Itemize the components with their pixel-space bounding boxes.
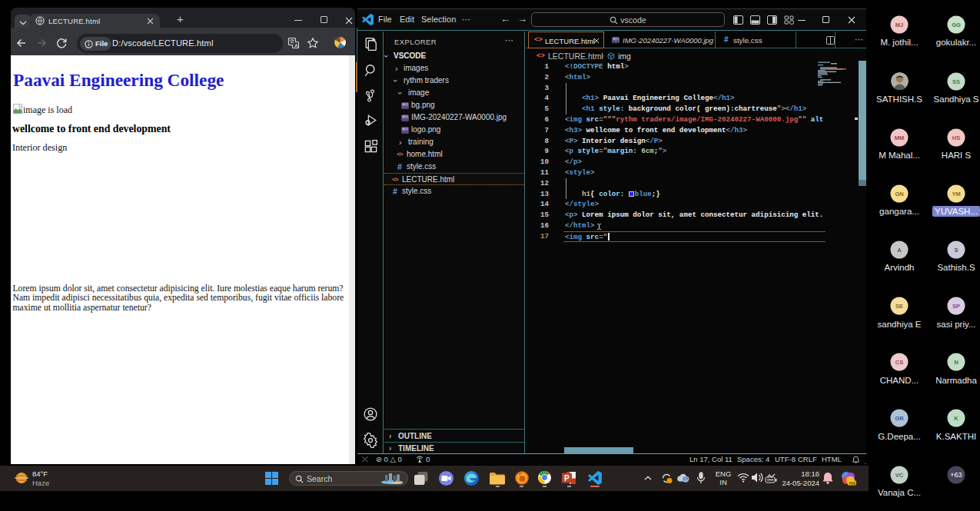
svg-text:PRE: PRE <box>849 482 856 486</box>
svg-text:P: P <box>564 474 570 483</box>
